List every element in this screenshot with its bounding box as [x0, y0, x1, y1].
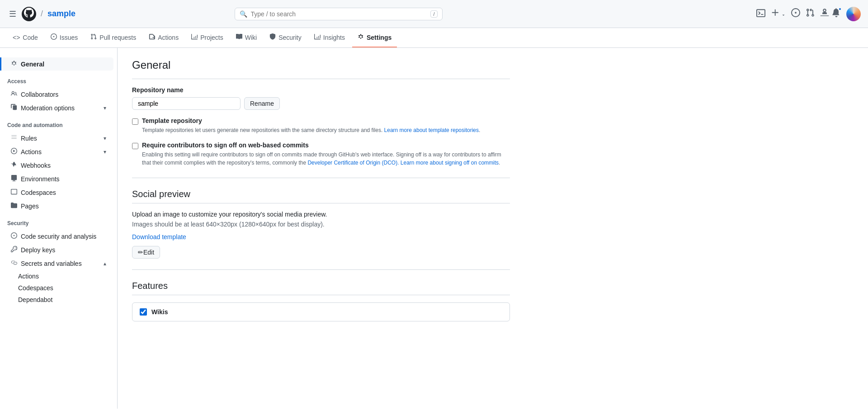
tab-settings[interactable]: Settings: [352, 28, 397, 47]
sidebar-code-security-label: Code security and analysis: [21, 233, 96, 240]
wikis-checkbox[interactable]: [140, 308, 147, 316]
sidebar-item-code-security[interactable]: Code security and analysis: [4, 230, 113, 243]
issues-icon[interactable]: [791, 8, 800, 19]
sidebar-item-moderation[interactable]: Moderation options ▾: [4, 101, 113, 114]
tab-projects[interactable]: Projects: [186, 28, 229, 47]
sidebar-moderation-label: Moderation options: [21, 104, 75, 112]
slash-divider: /: [41, 9, 43, 19]
wiki-tab-icon: [236, 33, 242, 41]
sidebar-item-general[interactable]: General: [0, 57, 113, 71]
tab-code[interactable]: <> Code: [7, 28, 43, 47]
social-preview-desc: Upload an image to customize your reposi…: [132, 211, 510, 218]
sidebar-secrets-label: Secrets and variables: [21, 260, 82, 267]
sidebar-item-collaborators[interactable]: Collaborators: [4, 88, 113, 101]
rules-icon: [11, 134, 17, 142]
inbox-icon[interactable]: [820, 8, 841, 19]
webhooks-icon: [11, 161, 17, 169]
template-repo-title: Template repository: [142, 117, 480, 124]
rename-button[interactable]: Rename: [244, 97, 280, 110]
repo-name-row: Rename: [132, 97, 510, 110]
sidebar-general-label: General: [21, 61, 44, 68]
sidebar-environments-label: Environments: [21, 175, 60, 183]
search-kbd: /: [430, 10, 437, 18]
plus-icon[interactable]: [771, 8, 786, 19]
sidebar-item-webhooks[interactable]: Webhooks: [4, 159, 113, 172]
tab-issues-label: Issues: [60, 34, 78, 41]
tab-projects-label: Projects: [200, 34, 223, 41]
tab-issues[interactable]: Issues: [45, 28, 83, 47]
repo-name-label: Repository name: [132, 86, 510, 94]
search-bar[interactable]: 🔍 /: [235, 8, 443, 20]
require-signoff-desc: Enabling this setting will require contr…: [142, 151, 510, 167]
sidebar-item-environments[interactable]: Environments: [4, 172, 113, 185]
dco-link[interactable]: Developer Certificate of Origin (DCO).: [307, 160, 399, 166]
tab-actions[interactable]: Actions: [143, 28, 184, 47]
moderation-icon: [11, 104, 17, 112]
deploy-keys-icon: [11, 246, 17, 254]
social-preview-title: Social preview: [132, 189, 510, 203]
moderation-chevron: ▾: [104, 105, 106, 111]
pullrequest-icon[interactable]: [806, 8, 815, 19]
issues-tab-icon: [51, 33, 57, 41]
signoff-learn-more-link[interactable]: Learn more about signing off on commits: [401, 160, 499, 166]
code-icon: <>: [13, 34, 20, 41]
sidebar-access-section: Access: [0, 71, 117, 87]
actions-icon: [11, 148, 17, 156]
page-layout: General Access Collaborators Moderation …: [0, 48, 868, 409]
top-bar: ☰ / sample 🔍 /: [0, 0, 868, 28]
sidebar-item-codespaces[interactable]: Codespaces: [4, 186, 113, 199]
avatar[interactable]: [846, 7, 861, 21]
pr-tab-icon: [90, 33, 97, 41]
sidebar-security-section: Security: [0, 213, 117, 229]
actions-chevron: ▾: [104, 149, 106, 155]
sidebar-item-secrets[interactable]: Secrets and variables ▴: [4, 257, 113, 270]
search-icon: 🔍: [240, 10, 247, 18]
tab-pr-label: Pull requests: [99, 34, 136, 41]
sidebar-actions-label: Actions: [21, 148, 42, 156]
tab-wiki[interactable]: Wiki: [231, 28, 262, 47]
github-logo[interactable]: [22, 7, 36, 21]
pencil-icon: ✏: [138, 249, 143, 256]
sidebar-rules-label: Rules: [21, 135, 37, 142]
tab-security[interactable]: Security: [264, 28, 307, 47]
edit-button[interactable]: ✏ Edit: [132, 246, 160, 259]
tab-pull-requests[interactable]: Pull requests: [85, 28, 142, 47]
sidebar-item-pages[interactable]: Pages: [4, 199, 113, 212]
template-repo-link[interactable]: Learn more about template repositories: [384, 127, 479, 133]
repo-nav: <> Code Issues Pull requests Actions Pro…: [0, 28, 868, 48]
sidebar-item-deploy-keys[interactable]: Deploy keys: [4, 243, 113, 256]
sidebar-sub-item-dependabot[interactable]: Dependabot: [0, 294, 117, 306]
template-repo-checkbox[interactable]: [132, 118, 138, 125]
terminal-icon[interactable]: [756, 9, 765, 19]
template-repo-desc: Template repositories let users generate…: [142, 126, 480, 134]
wikis-label: Wikis: [151, 308, 168, 316]
code-security-icon: [11, 232, 17, 240]
security-tab-icon: [269, 33, 276, 41]
search-input[interactable]: [251, 10, 427, 18]
repo-name-input[interactable]: [132, 97, 241, 110]
tab-insights[interactable]: Insights: [309, 28, 350, 47]
top-bar-right: [756, 7, 861, 21]
hamburger-icon[interactable]: ☰: [7, 7, 18, 21]
sidebar-item-rules[interactable]: Rules ▾: [4, 132, 113, 145]
sidebar: General Access Collaborators Moderation …: [0, 48, 118, 409]
download-template-link[interactable]: Download template: [132, 233, 186, 241]
require-signoff-checkbox[interactable]: [132, 143, 138, 149]
features-title: Features: [132, 281, 510, 295]
sidebar-item-actions[interactable]: Actions ▾: [4, 145, 113, 158]
tab-actions-label: Actions: [158, 34, 179, 41]
repo-name[interactable]: sample: [47, 9, 75, 19]
actions-tab-icon: [149, 33, 155, 41]
secrets-icon: [11, 259, 17, 267]
sidebar-codespaces-label: Codespaces: [21, 189, 56, 196]
tab-code-label: Code: [23, 34, 38, 41]
collaborators-icon: [11, 90, 17, 98]
sidebar-sub-item-actions[interactable]: Actions: [0, 270, 117, 282]
tab-insights-label: Insights: [323, 34, 345, 41]
tab-wiki-label: Wiki: [245, 34, 257, 41]
sidebar-sub-item-codespaces[interactable]: Codespaces: [0, 282, 117, 294]
tab-settings-label: Settings: [367, 34, 392, 41]
general-icon: [11, 60, 17, 68]
sidebar-sub-dependabot-label: Dependabot: [18, 296, 52, 303]
sidebar-collaborators-label: Collaborators: [21, 91, 58, 98]
